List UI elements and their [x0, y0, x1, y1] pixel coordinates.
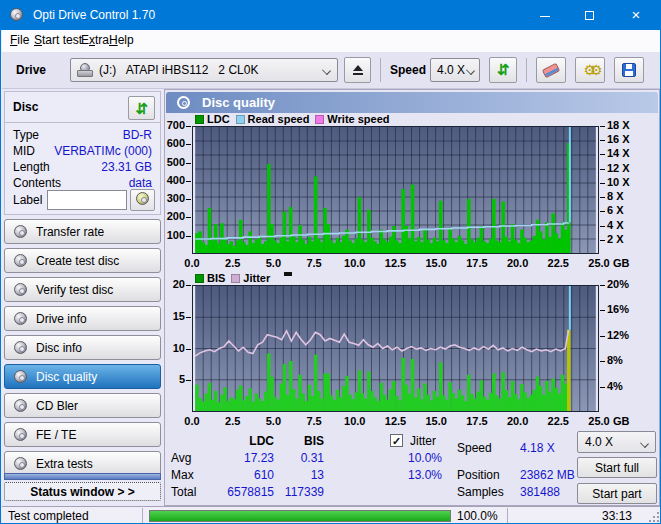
refresh-button[interactable]: ⇵ — [489, 57, 517, 83]
disc-panel-title: Disc — [13, 100, 38, 114]
close-button[interactable]: × — [612, 1, 660, 30]
sidebar-item-drive-info[interactable]: Drive info — [4, 306, 161, 331]
menu-start-test[interactable]: Start test — [34, 33, 82, 47]
x-axis-label: 17.5 — [457, 257, 497, 269]
save-button[interactable] — [614, 57, 644, 83]
y-axis-right-label: 20% — [607, 278, 629, 290]
y-axis-right-label: 4 X — [607, 219, 624, 231]
eject-icon — [352, 65, 364, 75]
drive-select[interactable]: (J:) ATAPI iHBS112 2 CL0K — [70, 58, 338, 82]
legend-label: BIS — [207, 272, 225, 284]
toolbar: Drive (J:) ATAPI iHBS112 2 CL0K Speed 4.… — [2, 52, 661, 89]
max-row-label: Max — [171, 468, 194, 482]
disc-icon — [14, 225, 27, 238]
progress-percent: 100.0% — [457, 509, 498, 523]
resize-grip[interactable] — [649, 512, 659, 522]
settings-button[interactable]: ⚙⚙ — [575, 57, 605, 83]
y-axis-right-label: 14 X — [607, 147, 630, 159]
sidebar: Disc ⇵ TypeBD-R MIDVERBATIMc (000) Lengt… — [2, 89, 163, 506]
legend-swatch — [195, 115, 204, 124]
sidebar-item-label: Disc quality — [36, 370, 97, 384]
sidebar-item-label: Extra tests — [36, 457, 93, 471]
x-axis-label: 12.5 — [376, 415, 416, 427]
disc-contents-value[interactable]: data — [129, 176, 152, 190]
x-axis-unit-label: GB — [613, 257, 630, 269]
y-axis-right-label: 6 X — [607, 204, 624, 216]
x-axis-label: 10.0 — [335, 415, 375, 427]
x-axis-label: 2.5 — [213, 257, 253, 269]
menu-file[interactable]: File — [10, 33, 29, 47]
start-part-button[interactable]: Start part — [577, 483, 657, 504]
divider — [5, 122, 160, 123]
tick-mark — [186, 236, 191, 237]
legend-item: Read speed — [236, 113, 310, 125]
y-axis-right-label: 12% — [607, 329, 629, 341]
x-axis-label: 5.0 — [253, 415, 293, 427]
sidebar-item-cd-bler[interactable]: CD Bler — [4, 393, 161, 418]
jitter-checkbox[interactable]: ✓ — [390, 434, 403, 447]
sidebar-item-label: Verify test disc — [36, 283, 113, 297]
legend-swatch — [195, 274, 204, 283]
y-axis-left-label: 700 — [167, 119, 185, 131]
sidebar-item-label: Create test disc — [36, 254, 119, 268]
speed-label: Speed — [390, 63, 426, 77]
title-bar: Opti Drive Control 1.70 × — [1, 1, 660, 30]
y-axis-right-label: 16% — [607, 303, 629, 315]
toolbar-separator — [380, 58, 381, 82]
max-bis-value: 13 — [278, 468, 324, 482]
test-speed-select[interactable]: 4.0 X — [577, 431, 656, 453]
legend-swatch — [231, 274, 240, 283]
label-input[interactable] — [47, 190, 127, 210]
sidebar-item-create-test-disc[interactable]: Create test disc — [4, 248, 161, 273]
speed-stat-label: Speed — [457, 441, 492, 455]
disc-icon — [14, 254, 27, 267]
tick-mark — [600, 387, 605, 388]
tick-mark — [186, 144, 191, 145]
menu-extra[interactable]: Extra — [81, 33, 109, 47]
sidebar-item-transfer-rate[interactable]: Transfer rate — [4, 219, 161, 244]
sidebar-item-disc-quality[interactable]: Disc quality — [4, 364, 161, 389]
erase-disc-button[interactable] — [536, 57, 566, 83]
x-axis-label: 17.5 — [457, 415, 497, 427]
sidebar-item-verify-test-disc[interactable]: Verify test disc — [4, 277, 161, 302]
chevron-down-icon — [640, 439, 649, 448]
y-axis-right-label: 10 X — [607, 176, 630, 188]
disc-label-row: Label — [13, 190, 155, 212]
y-axis-left-label: 100 — [167, 229, 185, 241]
x-axis-label: 2.5 — [213, 415, 253, 427]
test-speed-value: 4.0 X — [585, 435, 613, 449]
y-axis-right-label: 18 X — [607, 119, 630, 131]
total-row-label: Total — [171, 485, 196, 499]
tick-mark — [600, 285, 605, 286]
start-full-button[interactable]: Start full — [577, 457, 657, 478]
disc-length-value: 23.31 GB — [101, 160, 152, 174]
tick-mark — [600, 154, 605, 155]
legend-swatch — [236, 115, 245, 124]
maximize-button[interactable] — [567, 1, 612, 30]
y-axis-right-label: 2 X — [607, 233, 624, 245]
x-axis-label: 12.5 — [376, 257, 416, 269]
legend-item: Jitter — [231, 272, 270, 284]
app-window: Opti Drive Control 1.70 × File Start tes… — [0, 0, 661, 524]
sidebar-item-disc-info[interactable]: Disc info — [4, 335, 161, 360]
disc-length-row: Length23.31 GB — [13, 160, 152, 175]
sidebar-item-fe-te[interactable]: FE / TE — [4, 422, 161, 447]
position-stat-value: 23862 MB — [520, 468, 575, 482]
menu-help[interactable]: Help — [109, 33, 134, 47]
speed-stat-value: 4.18 X — [520, 441, 555, 455]
disc-icon — [14, 370, 27, 383]
menu-bar: File Start test Extra Help — [2, 30, 661, 52]
disc-icon — [136, 192, 149, 205]
statusbar-separator — [507, 508, 508, 524]
disc-icon — [14, 283, 27, 296]
write-label-button[interactable] — [130, 189, 155, 211]
status-window-button[interactable]: Status window > > — [4, 482, 161, 501]
total-bis-value: 117339 — [278, 485, 324, 499]
eject-button[interactable] — [344, 57, 371, 83]
save-icon — [622, 63, 636, 77]
disc-refresh-button[interactable]: ⇵ — [128, 96, 155, 120]
minimize-button[interactable] — [522, 1, 567, 30]
speed-select[interactable]: 4.0 X — [430, 58, 480, 82]
speed-value: 4.0 X — [437, 63, 465, 77]
x-axis-label: 10.0 — [335, 257, 375, 269]
